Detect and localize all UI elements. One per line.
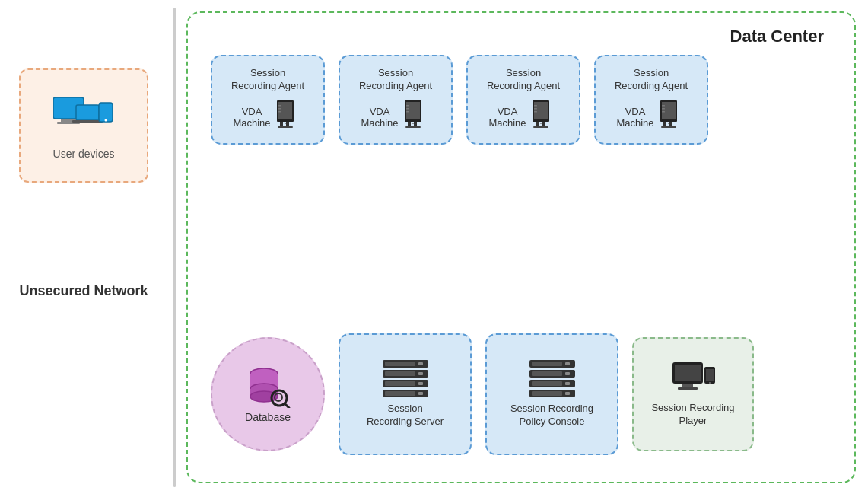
policy-console-label: Session RecordingPolicy Console (510, 403, 593, 429)
svg-point-81 (709, 382, 711, 384)
vda3-computer-icon (531, 100, 558, 134)
svg-rect-40 (662, 105, 665, 107)
svg-rect-68 (565, 372, 570, 375)
vda-box-1: SessionRecording Agent VDAMachine (211, 55, 325, 145)
vda2-machine-label: VDAMachine (361, 106, 398, 129)
svg-rect-78 (678, 387, 698, 390)
svg-rect-61 (385, 391, 415, 396)
svg-rect-80 (706, 369, 714, 381)
svg-rect-5 (99, 103, 113, 122)
recording-server-box: SessionRecording Server (339, 333, 472, 455)
svg-line-49 (285, 403, 289, 408)
vda2-agent-label: SessionRecording Agent (359, 67, 432, 93)
svg-rect-22 (406, 105, 409, 107)
vda4-machine-label: VDAMachine (616, 106, 653, 129)
svg-rect-23 (406, 108, 409, 110)
policy-console-box: Session RecordingPolicy Console (485, 333, 618, 455)
svg-rect-62 (418, 392, 423, 395)
vda-box-4: SessionRecording Agent VDAMachine (594, 55, 708, 145)
user-devices-box: User devices (19, 68, 148, 183)
svg-rect-10 (286, 122, 289, 126)
svg-rect-55 (385, 371, 415, 376)
vda-box-2: SessionRecording Agent VDAMachine (339, 55, 453, 145)
svg-rect-29 (533, 126, 548, 128)
left-panel: User devices (0, 0, 167, 497)
svg-rect-71 (565, 382, 570, 385)
svg-rect-56 (418, 372, 423, 375)
svg-rect-76 (675, 365, 701, 381)
svg-rect-8 (278, 102, 292, 119)
vda1-agent-label: SessionRecording Agent (231, 67, 304, 93)
svg-rect-42 (662, 111, 665, 113)
vda3-machine-label: VDAMachine (488, 106, 526, 129)
svg-rect-20 (405, 126, 421, 128)
svg-rect-26 (534, 102, 548, 119)
player-icon (669, 361, 718, 402)
vda4-machine-row: VDAMachine (616, 100, 685, 134)
svg-rect-73 (532, 391, 562, 396)
recording-server-label: SessionRecording Server (367, 403, 444, 429)
svg-rect-37 (669, 122, 672, 126)
svg-rect-11 (278, 126, 293, 128)
svg-rect-38 (661, 126, 676, 128)
player-label: Session RecordingPlayer (651, 402, 734, 428)
svg-rect-74 (565, 392, 570, 395)
svg-rect-28 (542, 122, 545, 126)
svg-point-39 (668, 123, 669, 124)
vda3-machine-row: VDAMachine (488, 100, 558, 134)
svg-rect-32 (534, 108, 537, 110)
svg-rect-58 (385, 381, 415, 386)
user-devices-icon (53, 91, 114, 142)
svg-rect-3 (76, 105, 99, 120)
svg-rect-14 (278, 108, 281, 110)
svg-rect-24 (406, 111, 409, 113)
svg-point-12 (285, 123, 286, 124)
svg-rect-77 (682, 384, 693, 387)
svg-rect-15 (278, 111, 281, 113)
vda4-agent-label: SessionRecording Agent (615, 67, 688, 93)
svg-rect-65 (565, 362, 570, 365)
svg-rect-17 (406, 102, 420, 119)
vda-box-3: SessionRecording Agent VDAMachine (466, 55, 580, 145)
svg-rect-4 (72, 120, 103, 123)
svg-point-21 (412, 123, 414, 124)
vda1-machine-label: VDAMachine (233, 106, 270, 129)
svg-rect-9 (280, 122, 283, 126)
database-label: Database (245, 411, 291, 423)
svg-rect-19 (414, 122, 417, 126)
player-box: Session RecordingPlayer (632, 337, 754, 451)
svg-rect-67 (532, 371, 562, 376)
data-center-title: Data Center (730, 27, 824, 46)
svg-rect-36 (663, 122, 666, 126)
svg-rect-70 (532, 381, 562, 386)
database-box: Database (211, 337, 325, 451)
svg-rect-35 (662, 102, 676, 119)
svg-rect-27 (536, 122, 539, 126)
svg-rect-53 (418, 362, 423, 365)
data-center-boundary: Data Center SessionRecording Agent VDAMa… (186, 11, 856, 483)
svg-point-6 (105, 119, 107, 122)
svg-rect-18 (408, 122, 411, 126)
svg-rect-52 (385, 362, 415, 366)
vertical-divider (173, 8, 176, 487)
svg-rect-41 (662, 108, 665, 110)
vda2-machine-row: VDAMachine (361, 100, 430, 134)
recording-server-icon (379, 360, 432, 403)
database-icon (245, 366, 291, 411)
bottom-row: Database (211, 333, 839, 455)
policy-console-icon (526, 360, 579, 403)
vda1-machine-row: VDAMachine (233, 100, 302, 134)
svg-rect-33 (534, 111, 537, 113)
vda2-computer-icon (403, 100, 431, 134)
unsecured-network-label: Unsecured Network (0, 282, 167, 301)
vda3-agent-label: SessionRecording Agent (487, 67, 560, 93)
vda4-computer-icon (659, 100, 686, 134)
svg-rect-64 (532, 362, 562, 366)
svg-rect-13 (278, 105, 281, 107)
svg-point-30 (540, 123, 542, 124)
svg-rect-59 (418, 382, 423, 385)
svg-rect-31 (534, 105, 537, 107)
vda-row: SessionRecording Agent VDAMachine (211, 55, 839, 145)
vda1-computer-icon (275, 100, 303, 134)
user-devices-label: User devices (53, 148, 115, 160)
